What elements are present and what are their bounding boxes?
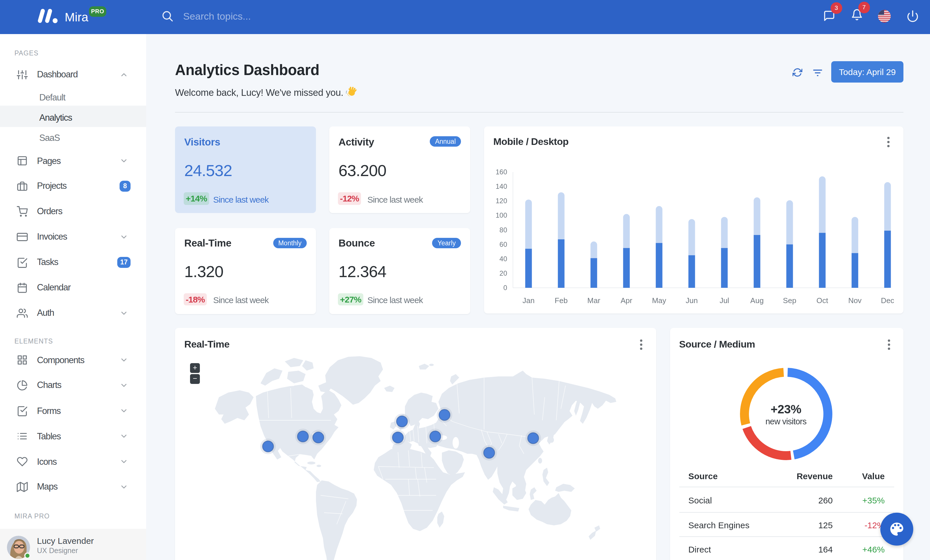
svg-text:Apr: Apr <box>621 296 633 305</box>
svg-text:140: 140 <box>496 183 507 190</box>
svg-text:Jan: Jan <box>522 296 534 305</box>
svg-text:Dec: Dec <box>881 296 894 305</box>
svg-text:Aug: Aug <box>750 296 764 305</box>
svg-text:40: 40 <box>499 255 507 263</box>
svg-text:Jun: Jun <box>686 296 698 305</box>
svg-text:Oct: Oct <box>816 296 828 305</box>
svg-text:160: 160 <box>496 168 507 176</box>
svg-text:Sep: Sep <box>783 296 796 305</box>
svg-text:0: 0 <box>503 284 507 292</box>
svg-text:Feb: Feb <box>555 296 568 305</box>
svg-text:May: May <box>652 296 666 305</box>
svg-text:60: 60 <box>499 241 507 248</box>
svg-text:Jul: Jul <box>719 296 729 305</box>
svg-text:20: 20 <box>499 269 507 277</box>
svg-text:Nov: Nov <box>848 296 862 305</box>
svg-text:80: 80 <box>499 226 507 234</box>
svg-text:100: 100 <box>496 211 507 219</box>
svg-text:120: 120 <box>496 197 507 205</box>
svg-text:Mar: Mar <box>587 296 600 305</box>
